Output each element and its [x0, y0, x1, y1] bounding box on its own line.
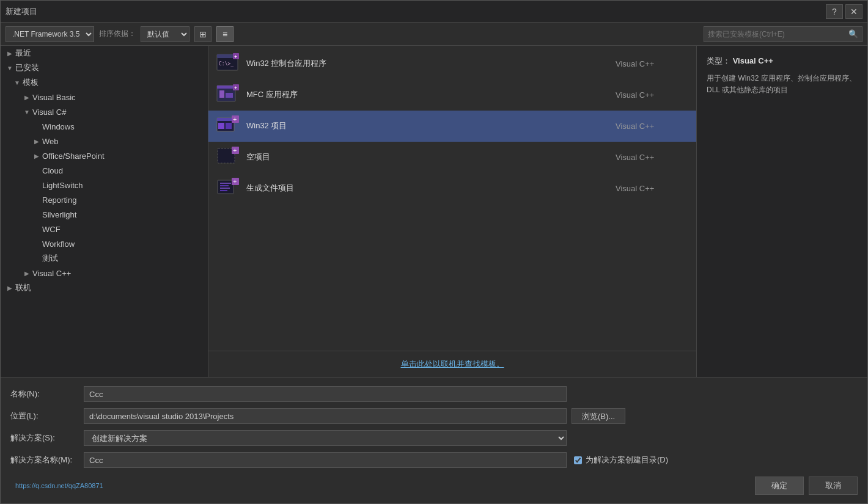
svg-rect-24: [220, 190, 227, 191]
help-button[interactable]: ?: [826, 4, 843, 19]
template-type: Visual C++: [616, 90, 689, 100]
template-type: Visual C++: [616, 184, 689, 193]
svg-text:+: +: [233, 178, 237, 185]
type-label: 类型： Visual C++: [707, 56, 858, 67]
template-item-empty[interactable]: + 空项目 Visual C++: [208, 142, 696, 173]
arrow-icon: ▼: [6, 64, 14, 72]
template-name: Win32 控制台应用程序: [246, 59, 326, 68]
sidebar-item-test[interactable]: 测试: [1, 251, 208, 266]
cancel-button[interactable]: 取消: [809, 477, 858, 495]
sidebar-item-visual-cpp[interactable]: ▶ Visual C++: [1, 266, 208, 280]
type-prefix: 类型：: [707, 56, 730, 65]
view-grid-button[interactable]: ⊞: [194, 26, 211, 42]
name-input[interactable]: [84, 386, 567, 402]
sidebar-item-label: Silverlight: [42, 210, 76, 219]
template-info: Win32 项目: [246, 120, 616, 131]
svg-text:+: +: [234, 54, 237, 60]
sidebar-item-label: Office/SharePoint: [42, 152, 105, 161]
sort-select[interactable]: 默认值: [141, 26, 189, 42]
sidebar-item-wcf[interactable]: WCF: [1, 222, 208, 236]
type-value: Visual C++: [733, 56, 773, 65]
template-info: Win32 控制台应用程序: [246, 58, 616, 69]
sidebar-item-templates[interactable]: ▼ 模板: [1, 75, 208, 90]
svg-rect-20: [218, 180, 234, 194]
ok-button[interactable]: 确定: [755, 477, 804, 495]
sidebar-item-label: Windows: [42, 122, 75, 131]
arrow-icon: ▼: [23, 108, 31, 116]
svg-rect-7: [219, 90, 224, 98]
template-type: Visual C++: [616, 59, 689, 68]
template-type: Visual C++: [616, 122, 689, 131]
template-info: 空项目: [246, 152, 616, 163]
sidebar-item-lightswitch[interactable]: LightSwitch: [1, 178, 208, 192]
location-label: 位置(L):: [10, 411, 84, 422]
framework-select[interactable]: .NET Framework 3.5: [6, 26, 94, 42]
solution-name-input[interactable]: [84, 452, 567, 468]
title-bar-controls: ? ✕: [826, 4, 862, 19]
template-item-mfc[interactable]: + MFC 应用程序 Visual C++: [208, 79, 696, 111]
location-input[interactable]: [84, 408, 567, 424]
sidebar-item-office-sharepoint[interactable]: ▶ Office/SharePoint: [1, 148, 208, 163]
sidebar-item-reporting[interactable]: Reporting: [1, 192, 208, 207]
svg-rect-22: [220, 185, 229, 186]
dialog-title: 新建项目: [6, 6, 37, 17]
name-row: 名称(N):: [10, 386, 858, 402]
sidebar-item-installed[interactable]: ▼ 已安装: [1, 60, 208, 75]
sidebar-item-label: 模板: [23, 77, 39, 88]
checkbox-label: 为解决方案创建目录(D): [586, 455, 668, 466]
template-item-win32-project[interactable]: + Win32 项目 Visual C++: [208, 111, 696, 142]
sidebar-item-windows[interactable]: Windows: [1, 119, 208, 134]
sidebar-item-recent[interactable]: ▶ 最近: [1, 46, 208, 60]
solution-name-label: 解决方案名称(M):: [10, 455, 84, 466]
svg-rect-23: [220, 188, 230, 189]
sidebar-item-workflow[interactable]: Workflow: [1, 236, 208, 251]
arrow-icon: ▶: [23, 269, 31, 277]
svg-rect-21: [220, 183, 231, 184]
toolbar: .NET Framework 3.5 排序依据： 默认值 ⊞ ≡ 🔍: [1, 23, 867, 46]
sidebar-item-web[interactable]: ▶ Web: [1, 134, 208, 148]
arrow-icon: ▶: [23, 93, 31, 101]
online-link[interactable]: 单击此处以联机并查找模板。: [401, 359, 504, 368]
sidebar-item-online[interactable]: ▶ 联机: [1, 280, 208, 295]
sidebar-item-visual-basic[interactable]: ▶ Visual Basic: [1, 90, 208, 104]
sidebar-item-label: Visual Basic: [32, 93, 76, 102]
view-list-button[interactable]: ≡: [216, 26, 234, 42]
sidebar-item-label: LightSwitch: [42, 181, 83, 190]
svg-text:C:\>_: C:\>_: [219, 61, 234, 67]
template-icon-win32-console: C:\>_ +: [216, 52, 239, 75]
close-button[interactable]: ✕: [845, 4, 862, 19]
solution-name-row: 解决方案名称(M): 为解决方案创建目录(D): [10, 452, 858, 468]
name-label: 名称(N):: [10, 389, 84, 400]
solution-label: 解决方案(S):: [10, 433, 84, 444]
arrow-icon: ▶: [32, 152, 41, 160]
sidebar-item-label: Workflow: [42, 239, 75, 249]
template-name: MFC 应用程序: [246, 90, 298, 99]
template-icon-win32-project: +: [216, 114, 239, 137]
title-bar: 新建项目 ? ✕: [1, 1, 867, 23]
sidebar-item-label: Cloud: [42, 166, 63, 175]
create-directory-checkbox[interactable]: [574, 456, 582, 464]
sidebar: ▶ 最近 ▼ 已安装 ▼ 模板 ▶ Visual Basic: [1, 46, 208, 377]
search-box[interactable]: 🔍: [704, 26, 862, 42]
svg-rect-6: [217, 86, 235, 89]
svg-rect-8: [226, 93, 233, 98]
arrow-icon: ▶: [32, 137, 41, 145]
online-link-area: 单击此处以联机并查找模板。: [208, 351, 696, 377]
template-list: C:\>_ + Win32 控制台应用程序 Visual C++: [208, 46, 696, 351]
sidebar-item-cloud[interactable]: Cloud: [1, 163, 208, 178]
svg-rect-13: [218, 123, 224, 129]
sidebar-item-silverlight[interactable]: Silverlight: [1, 207, 208, 222]
sidebar-item-label: 联机: [15, 282, 31, 293]
template-name: Win32 项目: [246, 121, 287, 130]
sidebar-item-label: 最近: [15, 48, 31, 59]
template-item-win32-console[interactable]: C:\>_ + Win32 控制台应用程序 Visual C++: [208, 48, 696, 79]
search-input[interactable]: [708, 30, 848, 38]
sidebar-item-visual-csharp[interactable]: ▼ Visual C#: [1, 104, 208, 119]
template-info: 生成文件项目: [246, 183, 616, 194]
template-item-makefile[interactable]: + 生成文件项目 Visual C++: [208, 173, 696, 204]
template-name: 空项目: [246, 152, 270, 161]
browse-button[interactable]: 浏览(B)...: [572, 408, 625, 424]
sidebar-scroll[interactable]: ▶ 最近 ▼ 已安装 ▼ 模板 ▶ Visual Basic: [1, 46, 208, 377]
sidebar-item-label: Visual C++: [32, 269, 71, 278]
solution-select[interactable]: 创建新解决方案: [84, 430, 567, 446]
